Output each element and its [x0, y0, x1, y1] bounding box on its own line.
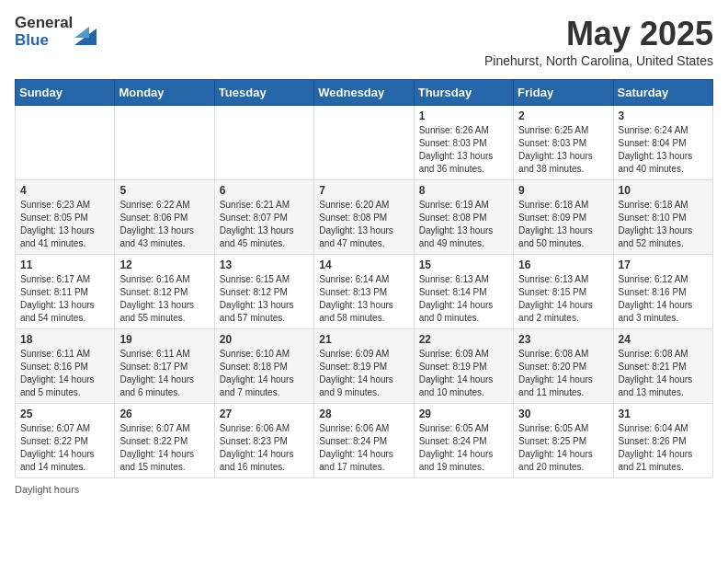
day-info: Sunrise: 6:05 AMSunset: 8:25 PMDaylight:…: [518, 422, 608, 474]
day-number: 21: [319, 333, 408, 346]
day-number: 2: [518, 109, 608, 122]
calendar-cell: 5Sunrise: 6:22 AMSunset: 8:06 PMDaylight…: [115, 180, 214, 255]
day-info: Sunrise: 6:22 AMSunset: 8:06 PMDaylight:…: [119, 199, 209, 250]
calendar-cell: 25Sunrise: 6:07 AMSunset: 8:22 PMDayligh…: [16, 404, 115, 478]
logo-blue: Blue: [15, 32, 73, 50]
day-info: Sunrise: 6:18 AMSunset: 8:09 PMDaylight:…: [518, 199, 608, 250]
calendar-cell: 20Sunrise: 6:10 AMSunset: 8:18 PMDayligh…: [214, 329, 313, 404]
logo: General Blue: [15, 15, 97, 49]
calendar-week-row: 25Sunrise: 6:07 AMSunset: 8:22 PMDayligh…: [16, 404, 713, 478]
svg-marker-1: [74, 27, 89, 38]
day-number: 31: [619, 408, 708, 420]
day-number: 26: [119, 408, 209, 420]
day-info: Sunrise: 6:23 AMSunset: 8:05 PMDaylight:…: [20, 199, 109, 250]
day-info: Sunrise: 6:14 AMSunset: 8:13 PMDaylight:…: [319, 273, 408, 325]
day-number: 25: [20, 408, 109, 420]
day-info: Sunrise: 6:11 AMSunset: 8:17 PMDaylight:…: [119, 348, 209, 399]
day-info: Sunrise: 6:09 AMSunset: 8:19 PMDaylight:…: [419, 348, 508, 399]
calendar-cell: 11Sunrise: 6:17 AMSunset: 8:11 PMDayligh…: [16, 255, 115, 329]
calendar-week-row: 4Sunrise: 6:23 AMSunset: 8:05 PMDaylight…: [16, 180, 713, 255]
calendar-cell: 2Sunrise: 6:25 AMSunset: 8:03 PMDaylight…: [514, 106, 613, 180]
day-number: 4: [20, 184, 109, 197]
logo-icon: [74, 19, 97, 45]
calendar-cell: 6Sunrise: 6:21 AMSunset: 8:07 PMDaylight…: [214, 180, 313, 255]
day-number: 18: [20, 333, 109, 346]
day-info: Sunrise: 6:24 AMSunset: 8:04 PMDaylight:…: [619, 124, 708, 176]
calendar-cell: 13Sunrise: 6:15 AMSunset: 8:12 PMDayligh…: [214, 255, 313, 329]
calendar-day-header: Wednesday: [314, 80, 414, 106]
day-info: Sunrise: 6:07 AMSunset: 8:22 PMDaylight:…: [119, 422, 209, 474]
calendar-cell: 31Sunrise: 6:04 AMSunset: 8:26 PMDayligh…: [613, 404, 712, 478]
month-title: May 2025: [484, 15, 713, 53]
day-number: 17: [619, 259, 708, 271]
day-number: 10: [619, 184, 708, 197]
calendar-header-row: SundayMondayTuesdayWednesdayThursdayFrid…: [16, 80, 713, 106]
daylight-label: Daylight hours: [15, 484, 79, 495]
calendar-cell: 27Sunrise: 6:06 AMSunset: 8:23 PMDayligh…: [214, 404, 313, 478]
day-number: 14: [319, 259, 408, 271]
day-number: 9: [518, 184, 608, 197]
calendar-cell: 10Sunrise: 6:18 AMSunset: 8:10 PMDayligh…: [613, 180, 712, 255]
day-info: Sunrise: 6:18 AMSunset: 8:10 PMDaylight:…: [619, 199, 708, 250]
calendar-day-header: Friday: [514, 80, 613, 106]
day-number: 1: [419, 109, 508, 122]
day-info: Sunrise: 6:26 AMSunset: 8:03 PMDaylight:…: [419, 124, 508, 176]
calendar-cell: 24Sunrise: 6:08 AMSunset: 8:21 PMDayligh…: [613, 329, 712, 404]
calendar-week-row: 1Sunrise: 6:26 AMSunset: 8:03 PMDaylight…: [16, 106, 713, 180]
logo-general: General: [15, 15, 73, 32]
day-info: Sunrise: 6:12 AMSunset: 8:16 PMDaylight:…: [619, 273, 708, 325]
calendar-cell: 9Sunrise: 6:18 AMSunset: 8:09 PMDaylight…: [514, 180, 613, 255]
calendar: SundayMondayTuesdayWednesdayThursdayFrid…: [15, 79, 713, 478]
calendar-cell: 4Sunrise: 6:23 AMSunset: 8:05 PMDaylight…: [16, 180, 115, 255]
calendar-cell: 26Sunrise: 6:07 AMSunset: 8:22 PMDayligh…: [115, 404, 214, 478]
day-info: Sunrise: 6:07 AMSunset: 8:22 PMDaylight:…: [20, 422, 109, 474]
calendar-cell: 18Sunrise: 6:11 AMSunset: 8:16 PMDayligh…: [16, 329, 115, 404]
calendar-week-row: 11Sunrise: 6:17 AMSunset: 8:11 PMDayligh…: [16, 255, 713, 329]
day-number: 28: [319, 408, 408, 420]
day-number: 5: [119, 184, 209, 197]
calendar-cell: 17Sunrise: 6:12 AMSunset: 8:16 PMDayligh…: [613, 255, 712, 329]
calendar-day-header: Sunday: [16, 80, 115, 106]
calendar-cell: 28Sunrise: 6:06 AMSunset: 8:24 PMDayligh…: [314, 404, 414, 478]
day-info: Sunrise: 6:25 AMSunset: 8:03 PMDaylight:…: [518, 124, 608, 176]
day-number: 13: [220, 259, 309, 271]
calendar-cell: 23Sunrise: 6:08 AMSunset: 8:20 PMDayligh…: [514, 329, 613, 404]
day-info: Sunrise: 6:13 AMSunset: 8:15 PMDaylight:…: [518, 273, 608, 325]
day-number: 16: [518, 259, 608, 271]
calendar-cell: 22Sunrise: 6:09 AMSunset: 8:19 PMDayligh…: [414, 329, 513, 404]
day-info: Sunrise: 6:08 AMSunset: 8:21 PMDaylight:…: [619, 348, 708, 399]
calendar-day-header: Monday: [115, 80, 214, 106]
day-number: 19: [119, 333, 209, 346]
calendar-cell: 14Sunrise: 6:14 AMSunset: 8:13 PMDayligh…: [314, 255, 414, 329]
calendar-day-header: Thursday: [414, 80, 513, 106]
calendar-day-header: Saturday: [613, 80, 712, 106]
calendar-cell: 16Sunrise: 6:13 AMSunset: 8:15 PMDayligh…: [514, 255, 613, 329]
calendar-day-header: Tuesday: [214, 80, 313, 106]
calendar-cell: 7Sunrise: 6:20 AMSunset: 8:08 PMDaylight…: [314, 180, 414, 255]
day-info: Sunrise: 6:05 AMSunset: 8:24 PMDaylight:…: [419, 422, 508, 474]
day-info: Sunrise: 6:04 AMSunset: 8:26 PMDaylight:…: [619, 422, 708, 474]
day-info: Sunrise: 6:10 AMSunset: 8:18 PMDaylight:…: [220, 348, 309, 399]
day-info: Sunrise: 6:16 AMSunset: 8:12 PMDaylight:…: [119, 273, 209, 325]
day-info: Sunrise: 6:09 AMSunset: 8:19 PMDaylight:…: [319, 348, 408, 399]
day-number: 22: [419, 333, 508, 346]
calendar-cell: 19Sunrise: 6:11 AMSunset: 8:17 PMDayligh…: [115, 329, 214, 404]
location: Pinehurst, North Carolina, United States: [484, 53, 713, 68]
day-number: 23: [518, 333, 608, 346]
day-number: 7: [319, 184, 408, 197]
calendar-cell: 8Sunrise: 6:19 AMSunset: 8:08 PMDaylight…: [414, 180, 513, 255]
day-number: 15: [419, 259, 508, 271]
day-number: 8: [419, 184, 508, 197]
day-info: Sunrise: 6:19 AMSunset: 8:08 PMDaylight:…: [419, 199, 508, 250]
calendar-cell: 3Sunrise: 6:24 AMSunset: 8:04 PMDaylight…: [613, 106, 712, 180]
page-header: General Blue May 2025 Pinehurst, North C…: [15, 15, 713, 68]
calendar-cell: 12Sunrise: 6:16 AMSunset: 8:12 PMDayligh…: [115, 255, 214, 329]
day-number: 12: [119, 259, 209, 271]
day-info: Sunrise: 6:17 AMSunset: 8:11 PMDaylight:…: [20, 273, 109, 325]
title-area: May 2025 Pinehurst, North Carolina, Unit…: [484, 15, 713, 68]
calendar-cell: [115, 106, 214, 180]
day-number: 11: [20, 259, 109, 271]
calendar-week-row: 18Sunrise: 6:11 AMSunset: 8:16 PMDayligh…: [16, 329, 713, 404]
day-info: Sunrise: 6:13 AMSunset: 8:14 PMDaylight:…: [419, 273, 508, 325]
day-info: Sunrise: 6:21 AMSunset: 8:07 PMDaylight:…: [220, 199, 309, 250]
